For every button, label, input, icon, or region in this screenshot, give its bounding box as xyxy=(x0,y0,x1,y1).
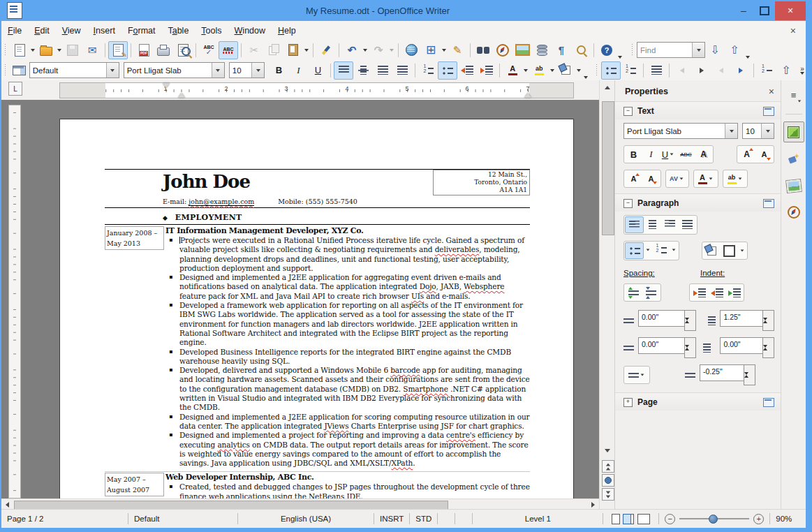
background-color-button[interactable] xyxy=(556,61,575,80)
open-dropdown[interactable] xyxy=(57,49,61,52)
clone-formatting-button[interactable] xyxy=(316,41,336,59)
spin-down[interactable] xyxy=(744,375,755,385)
sidebar-highlighting-dropdown[interactable] xyxy=(738,177,741,179)
switch-indent-button[interactable] xyxy=(725,285,743,300)
sidebar-font-name-dropdown[interactable] xyxy=(725,124,737,138)
find-replace-button[interactable] xyxy=(473,41,493,59)
collapse-icon[interactable]: − xyxy=(623,107,633,116)
close-button[interactable]: × xyxy=(775,1,806,20)
book-view-button[interactable] xyxy=(637,514,650,524)
underline-button[interactable]: U xyxy=(308,61,327,80)
underline-dropdown[interactable] xyxy=(670,153,674,155)
align-center-button[interactable] xyxy=(353,61,373,80)
tab-stop-selector[interactable]: L xyxy=(8,82,22,96)
zoom-slider[interactable] xyxy=(679,518,749,519)
left-indent-marker[interactable] xyxy=(178,93,185,98)
sidebar-menu-button[interactable]: ≡ xyxy=(784,86,804,105)
job-title[interactable]: IT Information Management Developer, XYZ… xyxy=(165,226,530,236)
minimize-button[interactable]: – xyxy=(733,1,754,20)
table-button[interactable]: ⊞ xyxy=(421,41,441,59)
single-page-view-button[interactable] xyxy=(612,514,620,524)
hyperlink-button[interactable] xyxy=(401,41,421,59)
menu-table[interactable]: Table xyxy=(161,23,195,38)
first-line-indent-marker[interactable] xyxy=(163,83,170,88)
font-color-button[interactable]: A xyxy=(503,61,522,80)
decrease-spacing-button[interactable] xyxy=(642,285,660,300)
page-panel-header[interactable]: + Page xyxy=(615,392,781,411)
sidebar-increase-indent-button[interactable] xyxy=(691,285,708,300)
edit-file-button[interactable]: ✎ xyxy=(108,41,128,59)
open-button[interactable] xyxy=(36,41,56,59)
sidebar-close-button[interactable]: × xyxy=(769,86,774,97)
numbering-button[interactable] xyxy=(418,61,438,80)
paragraph-background-dropdown[interactable] xyxy=(738,243,746,258)
sidebar-font-size-dropdown[interactable] xyxy=(761,124,774,138)
find-next-button[interactable]: ⇩ xyxy=(705,41,725,59)
subscript-button[interactable]: A xyxy=(642,171,660,186)
sidebar-bold-button[interactable]: B xyxy=(625,147,642,162)
font-color-dropdown[interactable] xyxy=(524,69,528,72)
data-sources-button[interactable] xyxy=(532,41,552,59)
menu-help[interactable]: Help xyxy=(272,23,302,38)
page-dialog-launcher[interactable] xyxy=(763,398,774,407)
draw-functions-button[interactable]: ✎ xyxy=(448,41,467,59)
export-pdf-button[interactable]: PDF xyxy=(134,41,154,59)
job-dates[interactable]: May 2007 – August 2007 xyxy=(105,473,164,496)
paragraph-style-select[interactable]: Default xyxy=(29,62,119,78)
status-selection-mode[interactable]: STD xyxy=(410,515,437,523)
navigator-button[interactable] xyxy=(493,41,512,59)
formatting-toolbar-grip[interactable] xyxy=(3,64,7,77)
bullets-toolbar-grip[interactable] xyxy=(595,64,598,77)
right-indent-marker[interactable] xyxy=(524,93,531,98)
spin-down[interactable] xyxy=(763,348,774,357)
scroll-right-button[interactable] xyxy=(588,501,598,509)
zoom-button[interactable] xyxy=(571,41,591,59)
text-dialog-launcher[interactable] xyxy=(763,107,774,116)
document-page[interactable]: John Doe 12 Main St., Toronto, Ontario A… xyxy=(59,119,574,498)
justify-button[interactable] xyxy=(392,61,412,80)
horizontal-ruler[interactable]: 1 2 3 4 5 6 7 xyxy=(25,82,596,97)
sidebar-bullets-dropdown[interactable] xyxy=(644,242,652,258)
menu-file[interactable]: File xyxy=(1,23,28,38)
italic-button[interactable]: I xyxy=(288,61,308,80)
superscript-button[interactable]: A xyxy=(625,171,642,186)
no-list-button[interactable] xyxy=(647,61,666,80)
zoom-in-button[interactable]: + xyxy=(753,514,764,524)
font-name-dropdown[interactable] xyxy=(212,63,224,77)
status-language[interactable]: English (USA) xyxy=(238,515,374,523)
align-right-button[interactable] xyxy=(373,61,392,80)
menu-edit[interactable]: Edit xyxy=(28,23,56,38)
navigate-by-button[interactable] xyxy=(602,474,614,487)
zoom-slider-thumb[interactable] xyxy=(709,515,718,524)
highlighting-dropdown[interactable] xyxy=(550,69,554,72)
close-document-button[interactable]: × xyxy=(790,25,796,36)
sidebar-align-center-button[interactable] xyxy=(644,216,661,232)
bullet-item[interactable]: Created, tested and debugged changes to … xyxy=(165,482,530,498)
new-document-dropdown[interactable] xyxy=(31,49,35,52)
insert-unnumbered-entry-button[interactable] xyxy=(757,61,776,80)
font-size-dropdown[interactable] xyxy=(251,63,264,77)
document-area[interactable]: John Doe 12 Main St., Toronto, Ontario A… xyxy=(1,100,599,498)
bullet-item[interactable]: Designed and implemented a J2EE applicat… xyxy=(165,273,530,301)
text-panel-header[interactable]: − Text xyxy=(615,101,781,119)
menu-format[interactable]: Format xyxy=(121,23,162,38)
paragraph-dialog-launcher[interactable] xyxy=(763,199,774,208)
paragraph-panel-header[interactable]: − Paragraph xyxy=(615,193,781,212)
vertical-ruler[interactable] xyxy=(8,105,21,498)
paragraph-background-button[interactable] xyxy=(703,243,721,258)
sidebar-numbering-button[interactable] xyxy=(652,242,670,258)
move-up-button[interactable]: ⇧ xyxy=(776,61,796,80)
bold-button[interactable]: B xyxy=(269,61,288,80)
contact-line[interactable]: E-mail: john@example.com Mobile: (555) 5… xyxy=(163,198,530,205)
properties-tab[interactable] xyxy=(783,121,804,142)
paste-dropdown[interactable] xyxy=(304,49,309,52)
spellcheck-button[interactable]: ABC✓ xyxy=(199,41,219,59)
paste-button[interactable] xyxy=(283,41,303,59)
scroll-down-button[interactable] xyxy=(602,445,613,456)
above-paragraph-spacing-input[interactable]: 0.00" xyxy=(638,310,696,331)
increase-spacing-button[interactable] xyxy=(625,285,642,300)
status-zoom-percent[interactable]: 90% xyxy=(770,515,797,523)
line-spacing-dropdown[interactable] xyxy=(640,374,644,376)
font-name-select[interactable]: Port Lligat Slab xyxy=(124,62,225,78)
gallery-tab[interactable] xyxy=(784,176,804,195)
